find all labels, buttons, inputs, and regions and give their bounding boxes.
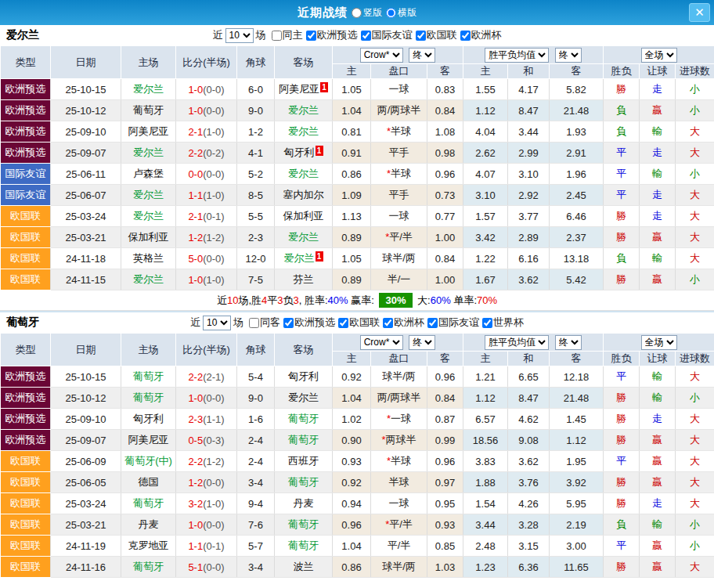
mean-home: 1.21 (463, 366, 508, 388)
mean-draw: 9.08 (508, 430, 550, 451)
handicap: 平手 (371, 185, 427, 206)
date-cell: 25-09-07 (51, 142, 121, 164)
away-odds: 0.84 (427, 388, 463, 409)
date-cell: 24-11-15 (51, 269, 121, 290)
date-cell: 25-10-12 (51, 100, 121, 121)
filter-checkbox[interactable] (482, 318, 492, 328)
filter-option[interactable]: 同主 (269, 28, 303, 42)
filter-option[interactable]: 欧洲预选 (280, 316, 335, 330)
home-odds: 1.04 (333, 536, 371, 557)
filter-checkbox[interactable] (427, 318, 438, 328)
date-cell: 25-03-21 (51, 227, 121, 248)
result-wdl: 勝 (604, 388, 640, 409)
layout-horizontal-option[interactable]: 横版 (386, 6, 416, 20)
away-team: 保加利亚 (275, 206, 333, 227)
handicap: 平手 (371, 142, 427, 164)
filter-option[interactable]: 欧洲预选 (303, 28, 358, 42)
filter-option[interactable]: 欧国联 (335, 316, 380, 330)
filter-checkbox[interactable] (416, 31, 426, 41)
type-cell: 欧洲预选 (1, 142, 51, 164)
home-team: 葡萄牙(中) (121, 451, 176, 472)
filter-checkbox[interactable] (338, 318, 348, 328)
filter-checkbox[interactable] (460, 31, 471, 41)
mean-home: 4.04 (463, 121, 508, 142)
filter-checkbox[interactable] (306, 31, 316, 41)
mean-select[interactable]: 胜平负均值 (485, 48, 549, 63)
score-cell: 2-2(0-2) (176, 142, 237, 164)
mean-away: 1.96 (550, 164, 604, 185)
close-button[interactable]: ✕ (689, 3, 710, 22)
result-goals: 小 (676, 79, 714, 100)
home-odds: 0.86 (333, 557, 371, 578)
result-handicap: 輸 (640, 164, 676, 185)
mean-away: 5.95 (550, 493, 604, 514)
layout-horizontal-radio[interactable] (386, 8, 396, 18)
filter-checkbox[interactable] (361, 31, 371, 41)
type-cell: 欧国联 (1, 451, 51, 472)
corner-cell: 5-4 (237, 366, 275, 388)
mean-home: 1.88 (463, 472, 508, 493)
filter-option[interactable]: 国际友谊 (358, 28, 413, 42)
handicap: *半球 (371, 121, 427, 142)
mean-final-select[interactable]: 终 (555, 335, 582, 350)
odds-final-select[interactable]: 终 (409, 48, 435, 63)
odds-final-select[interactable]: 终 (409, 335, 435, 350)
match-count-select[interactable]: 10 (225, 28, 254, 43)
corner-cell: 12-0 (237, 248, 275, 269)
home-odds: 1.05 (333, 79, 371, 100)
result-goals: 大 (676, 142, 714, 164)
col-mean-home: 主 (463, 352, 508, 366)
away-odds: 1.03 (427, 557, 463, 578)
layout-vertical-option[interactable]: 竖版 (352, 6, 382, 20)
layout-vertical-radio[interactable] (352, 8, 362, 18)
filter-checkbox[interactable] (283, 318, 294, 328)
match-row: 欧国联25-06-05德国1-2(0-0)3-4葡萄牙0.92半球0.971.8… (1, 472, 714, 493)
handicap: 一球 (371, 206, 427, 227)
col-type: 类型 (1, 334, 51, 366)
result-handicap: 贏 (640, 472, 676, 493)
fulltime-select[interactable]: 全场 (641, 335, 677, 350)
result-goals: 大 (676, 472, 714, 493)
filter-checkbox[interactable] (249, 318, 259, 328)
filter-checkbox[interactable] (272, 31, 282, 41)
odds-source-select[interactable]: Crow* (360, 335, 403, 350)
away-odds: 0.85 (427, 536, 463, 557)
corner-cell: 9-4 (237, 493, 275, 514)
filter-option[interactable]: 世界杯 (479, 316, 524, 330)
filter-option[interactable]: 欧国联 (413, 28, 457, 42)
handicap: 球半/两 (371, 366, 427, 388)
away-odds: 0.98 (427, 142, 463, 164)
page-title: 近期战绩 (298, 5, 348, 20)
date-cell: 24-11-18 (51, 248, 121, 269)
col-handicap: 盘口 (371, 64, 427, 79)
mean-select[interactable]: 胜平负均值 (485, 335, 549, 350)
handicap: 半球 (371, 472, 427, 493)
date-cell: 24-11-19 (51, 536, 121, 557)
col-odds-home: 主 (333, 64, 371, 79)
mean-home: 1.12 (463, 388, 508, 409)
filter-checkbox[interactable] (383, 318, 393, 328)
fulltime-select[interactable]: 全场 (641, 48, 677, 63)
score-cell: 1-0(0-0) (176, 100, 237, 121)
away-team: 葡萄牙 (275, 514, 333, 536)
score-cell: 0-0(0-0) (176, 164, 237, 185)
result-wdl: 負 (604, 248, 640, 269)
mean-away: 1.93 (550, 121, 604, 142)
result-handicap: 輸 (640, 388, 676, 409)
filter-option[interactable]: 欧洲杯 (457, 28, 502, 42)
score-cell: 1-2(0-0) (176, 472, 237, 493)
score-cell: 5-0(0-0) (176, 248, 237, 269)
mean-draw: 4.62 (508, 409, 550, 430)
away-team: 爱尔兰 (275, 164, 333, 185)
match-count-select[interactable]: 10 (203, 316, 231, 330)
home-team: 爱尔兰 (121, 185, 176, 206)
filter-option[interactable]: 国际友谊 (424, 316, 479, 330)
matches-table: 类型 日期 主场 比分(半场) 角球 客场 Crow* 终 胜平负均值 终 全场 (0, 333, 714, 578)
odds-source-select[interactable]: Crow* (360, 48, 403, 63)
filter-option[interactable]: 同客 (246, 316, 280, 330)
match-row: 欧国联24-11-15爱尔兰1-0(1-0)7-5芬兰0.89半/一1.001.… (1, 269, 714, 290)
handicap: 两/两球半 (371, 388, 427, 409)
filter-option[interactable]: 欧洲杯 (380, 316, 424, 330)
mean-final-select[interactable]: 终 (555, 48, 582, 63)
match-row: 欧国联25-03-24爱尔兰2-1(0-1)5-5保加利亚1.13一球0.771… (1, 206, 714, 227)
